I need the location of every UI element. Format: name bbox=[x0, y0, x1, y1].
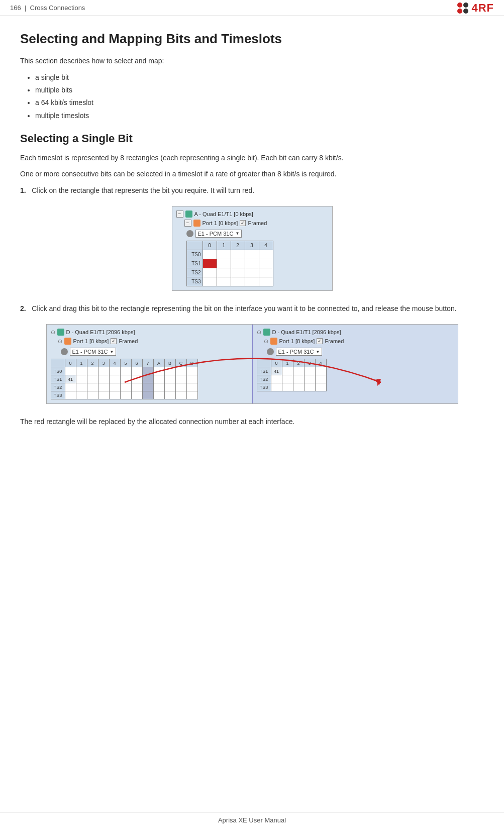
table-row: TS2 bbox=[51, 383, 197, 391]
footer-text: Aprisa XE User Manual bbox=[218, 816, 286, 824]
section1-para2: One or more consecutive bits can be sele… bbox=[20, 168, 484, 179]
ss1-ts3-label: TS3 bbox=[186, 277, 203, 286]
ss2-left-icon bbox=[57, 329, 64, 336]
ss1-port-row: − Port 1 [0 kbps] ✓ Framed bbox=[176, 220, 328, 227]
ss2-left-framed: Framed bbox=[119, 338, 138, 344]
ss2-right-title-row: ⊙ D - Quad E1/T1 [2096 kbps] bbox=[257, 329, 454, 336]
step2: 2. Click and drag this bit to the rectan… bbox=[20, 303, 484, 314]
ss1-gear-icon bbox=[186, 230, 193, 237]
page-number: 166 bbox=[10, 4, 21, 12]
ss1-icon-green bbox=[185, 211, 192, 218]
ss1-ts1-c0[interactable] bbox=[203, 259, 217, 268]
section1-para1: Each timeslot is represented by 8 rectan… bbox=[20, 152, 484, 163]
table-row: TS3 bbox=[186, 277, 273, 286]
page-title: Selecting and Mapping Bits and Timeslots bbox=[20, 31, 484, 47]
table-row: TS3 bbox=[51, 391, 197, 399]
table-row: TS1 bbox=[186, 259, 273, 268]
ss2-right-panel: ⊙ D - Quad E1/T1 [2096 kbps] ⊙ Port 1 [8… bbox=[252, 325, 458, 403]
ss1-ts0-c3[interactable] bbox=[245, 250, 259, 259]
list-item: a 64 kbit/s timeslot bbox=[35, 96, 484, 109]
ss2-right-title: D - Quad E1/T1 [2096 kbps] bbox=[272, 329, 341, 335]
ss2-left-corner bbox=[51, 359, 65, 367]
table-row: TS0 bbox=[51, 367, 197, 375]
ss1-ts0-label: TS0 bbox=[186, 250, 203, 259]
ss1-title-label: A - Quad E1/T1 [0 kbps] bbox=[194, 211, 253, 217]
ss1-ts3-c0[interactable] bbox=[203, 277, 217, 286]
ss1-dropdown-row: E1 - PCM 31C ▼ bbox=[176, 230, 328, 238]
step1-text: Click on the rectangle that represents t… bbox=[32, 186, 254, 194]
ss1-port-minus[interactable]: − bbox=[184, 220, 191, 227]
ss1-ts2-label: TS2 bbox=[186, 268, 203, 277]
ss1-ts2-c4[interactable] bbox=[259, 268, 273, 277]
ss2-left-title-row: ⊙ D - Quad E1/T1 [2096 kbps] bbox=[51, 329, 248, 336]
ss1-ts3-c3[interactable] bbox=[245, 277, 259, 286]
ss2-left-port-label: Port 1 [8 kbps] bbox=[73, 338, 109, 344]
ss1-ts2-c1[interactable] bbox=[217, 268, 231, 277]
separator: | bbox=[23, 4, 30, 12]
breadcrumb: 166 | Cross Connections bbox=[10, 4, 85, 12]
ss1-ts2-c3[interactable] bbox=[245, 268, 259, 277]
logo-text: 4RF bbox=[471, 2, 494, 15]
list-item: a single bit bbox=[35, 71, 484, 84]
step2-text: Click and drag this bit to the rectangle… bbox=[32, 304, 456, 313]
page-header: 166 | Cross Connections 4RF bbox=[0, 0, 504, 16]
ss2-left-port-row: ⊙ Port 1 [8 kbps] ✓ Framed bbox=[51, 338, 248, 345]
ss1-ts1-c4[interactable] bbox=[259, 259, 273, 268]
screenshot1-container: − A - Quad E1/T1 [0 kbps] − Port 1 [0 kb… bbox=[20, 206, 484, 291]
logo-dot-3 bbox=[457, 9, 462, 14]
ss1-ts1-c2[interactable] bbox=[231, 259, 245, 268]
screenshot2: ⊙ D - Quad E1/T1 [2096 kbps] ⊙ Port 1 [8… bbox=[46, 324, 458, 404]
main-content: Selecting and Mapping Bits and Timeslots… bbox=[0, 16, 504, 453]
ss1-dropdown[interactable]: E1 - PCM 31C ▼ bbox=[195, 230, 242, 238]
ss2-right-framed-check[interactable]: ✓ bbox=[317, 338, 323, 344]
ss2-left-title: D - Quad E1/T1 [2096 kbps] bbox=[66, 329, 135, 335]
ss1-ts0-c1[interactable] bbox=[217, 250, 231, 259]
screenshot1: − A - Quad E1/T1 [0 kbps] − Port 1 [0 kb… bbox=[172, 206, 333, 291]
ss1-ts0-c4[interactable] bbox=[259, 250, 273, 259]
ss1-corner bbox=[186, 241, 203, 250]
table-row: TS0 bbox=[186, 250, 273, 259]
ss2-right-grid: 0 1 2 3 4 TS1 41 bbox=[257, 359, 327, 391]
ss1-ts3-c1[interactable] bbox=[217, 277, 231, 286]
ss1-ts0-c0[interactable] bbox=[203, 250, 217, 259]
ss2-panels: ⊙ D - Quad E1/T1 [2096 kbps] ⊙ Port 1 [8… bbox=[47, 325, 458, 403]
ss1-port-icon bbox=[193, 220, 200, 227]
logo-dot-4 bbox=[463, 9, 468, 14]
ss1-minus-btn[interactable]: − bbox=[176, 211, 183, 218]
ss2-right-port-icon bbox=[270, 338, 277, 345]
ss1-col-4: 4 bbox=[259, 241, 273, 250]
ss1-port-label: Port 1 [0 kbps] bbox=[203, 220, 238, 226]
ss1-framed-checkbox[interactable]: ✓ bbox=[240, 220, 246, 226]
ss2-left-framed-check[interactable]: ✓ bbox=[111, 338, 117, 344]
ss1-ts1-c3[interactable] bbox=[245, 259, 259, 268]
ss2-right-dropdown[interactable]: E1 - PCM 31C ▼ bbox=[276, 348, 323, 356]
ss2-left-grid: 0 1 2 3 4 5 6 7 A B C D bbox=[51, 359, 198, 399]
ss2-left-dropdown[interactable]: E1 - PCM 31C ▼ bbox=[70, 348, 117, 356]
ss1-grid: 0 1 2 3 4 TS0 bbox=[186, 241, 273, 286]
step1-label: 1. bbox=[20, 186, 26, 194]
bullet-list: a single bit multiple bits a 64 kbit/s t… bbox=[35, 71, 484, 122]
table-row: TS1 41 bbox=[257, 367, 326, 375]
table-row: TS2 bbox=[186, 268, 273, 277]
ss1-ts2-c2[interactable] bbox=[231, 268, 245, 277]
after-step2-text: The red rectangle will be replaced by th… bbox=[20, 416, 484, 427]
ss1-framed-label: Framed bbox=[248, 220, 267, 226]
table-row: TS1 41 bbox=[51, 375, 197, 383]
step2-label: 2. bbox=[20, 304, 26, 313]
ss1-ts3-c4[interactable] bbox=[259, 277, 273, 286]
ss1-ts0-c2[interactable] bbox=[231, 250, 245, 259]
ss1-col-2: 2 bbox=[231, 241, 245, 250]
ss2-right-icon bbox=[263, 329, 270, 336]
ss1-ts1-c1[interactable] bbox=[217, 259, 231, 268]
ss1-ts3-c2[interactable] bbox=[231, 277, 245, 286]
ss2-left-gear bbox=[61, 348, 68, 355]
section-label: Cross Connections bbox=[30, 4, 85, 12]
ss1-grid-container: 0 1 2 3 4 TS0 bbox=[176, 241, 328, 286]
ss2-right-port-label: Port 1 [8 kbps] bbox=[279, 338, 315, 344]
intro-text: This section describes how to select and… bbox=[20, 56, 484, 66]
ss2-right-dropdown-row: E1 - PCM 31C ▼ bbox=[257, 348, 454, 356]
ss1-ts2-c0[interactable] bbox=[203, 268, 217, 277]
screenshot2-container: ⊙ D - Quad E1/T1 [2096 kbps] ⊙ Port 1 [8… bbox=[20, 324, 484, 404]
ss1-title-row: − A - Quad E1/T1 [0 kbps] bbox=[176, 211, 328, 218]
table-row: TS2 bbox=[257, 375, 326, 383]
